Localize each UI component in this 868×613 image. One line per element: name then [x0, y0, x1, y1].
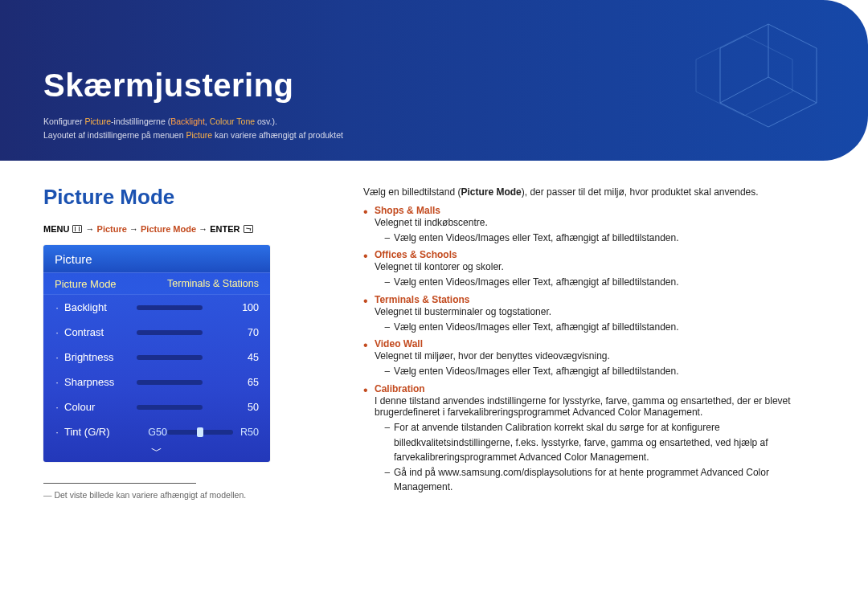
- mode-sub: I denne tilstand anvendes indstillingern…: [375, 395, 825, 418]
- section-title: Picture Mode: [43, 185, 325, 210]
- menu-icon: [72, 225, 82, 233]
- mode-sub: Velegnet til miljøer, hvor der benyttes …: [375, 350, 825, 362]
- tv-row-tint[interactable]: · Tint (G/R) G50 R50: [43, 419, 270, 444]
- tv-row-value: 100: [203, 302, 259, 313]
- tv-row-value: 65: [203, 377, 259, 388]
- mode-sub: Velegnet til indkøbscentre.: [375, 217, 825, 228]
- mode-dash: Vælg enten Videos/Images eller Text, afh…: [384, 231, 825, 246]
- intro-text: Vælg en billedtilstand (Picture Mode), d…: [363, 185, 825, 200]
- tv-row-value: 70: [203, 327, 259, 338]
- mode-dash: Vælg enten Videos/Images eller Text, afh…: [384, 275, 825, 290]
- mode-item: CalibrationI denne tilstand anvendes ind…: [363, 383, 825, 495]
- slider-track[interactable]: [137, 305, 203, 310]
- breadcrumb: MENU → Picture → Picture Mode → ENTER: [43, 224, 325, 234]
- mode-dash: Vælg enten Videos/Images eller Text, afh…: [384, 320, 825, 335]
- tint-slider[interactable]: [167, 430, 233, 435]
- tv-menu-panel: Picture Picture Mode Terminals & Station…: [43, 245, 270, 462]
- mode-dash: For at anvende tilstanden Calibration ko…: [384, 420, 825, 465]
- chevron-down-icon[interactable]: ﹀: [43, 444, 270, 462]
- mode-item: Offices & SchoolsVelegnet til kontorer o…: [363, 249, 825, 290]
- tv-menu-header: Picture: [43, 245, 270, 272]
- tv-row-label: Sharpness: [64, 376, 137, 388]
- mode-title: Video Wall: [375, 338, 825, 349]
- mode-dash: Gå ind på www.samsung.com/displaysolutio…: [384, 465, 825, 495]
- tv-row-label: Backlight: [64, 301, 137, 313]
- mode-dash: Vælg enten Videos/Images eller Text, afh…: [384, 364, 825, 379]
- slider-track[interactable]: [137, 355, 203, 360]
- tv-row[interactable]: ·Sharpness65: [43, 370, 270, 394]
- mode-sub: Velegnet til busterminaler og togstation…: [375, 306, 825, 317]
- tv-row-value: 45: [203, 352, 259, 363]
- tv-tint-label: Tint (G/R): [64, 426, 137, 438]
- tv-selected-row[interactable]: Picture Mode Terminals & Stations: [43, 272, 270, 295]
- mode-title: Offices & Schools: [375, 249, 825, 260]
- mode-title: Terminals & Stations: [375, 294, 825, 305]
- tv-row[interactable]: ·Colour50: [43, 394, 270, 419]
- slider-track[interactable]: [137, 330, 203, 335]
- modes-list: Shops & MallsVelegnet til indkøbscentre.…: [363, 205, 825, 495]
- mode-title: Shops & Malls: [375, 205, 825, 216]
- tv-sel-value: Terminals & Stations: [167, 278, 259, 289]
- header-band: Skærmjustering Konfigurer Picture-indsti…: [0, 0, 868, 161]
- mode-title: Calibration: [375, 383, 825, 394]
- tv-row-value: 50: [203, 402, 259, 413]
- slider-track[interactable]: [137, 405, 203, 410]
- tv-row-label: Brightness: [64, 351, 137, 363]
- divider: [43, 483, 196, 484]
- tv-row[interactable]: ·Contrast70: [43, 320, 270, 345]
- page-title: Skærmjustering: [43, 67, 825, 104]
- mode-item: Shops & MallsVelegnet til indkøbscentre.…: [363, 205, 825, 246]
- tv-tint-r: R50: [233, 427, 259, 438]
- footnote: Det viste billede kan variere afhængigt …: [43, 490, 325, 500]
- mode-item: Video WallVelegnet til miljøer, hvor der…: [363, 338, 825, 379]
- enter-icon: [244, 225, 253, 233]
- tv-row-label: Colour: [64, 401, 137, 413]
- slider-track[interactable]: [137, 380, 203, 385]
- header-subtext: Konfigurer Picture-indstillingerne (Back…: [43, 115, 825, 142]
- tv-row[interactable]: ·Backlight100: [43, 295, 270, 320]
- tv-row-label: Contrast: [64, 326, 137, 338]
- mode-item: Terminals & StationsVelegnet til busterm…: [363, 294, 825, 335]
- mode-sub: Velegnet til kontorer og skoler.: [375, 261, 825, 272]
- tv-sel-label: Picture Mode: [55, 278, 117, 290]
- tv-tint-g: G50: [137, 427, 167, 438]
- tv-row[interactable]: ·Brightness45: [43, 345, 270, 370]
